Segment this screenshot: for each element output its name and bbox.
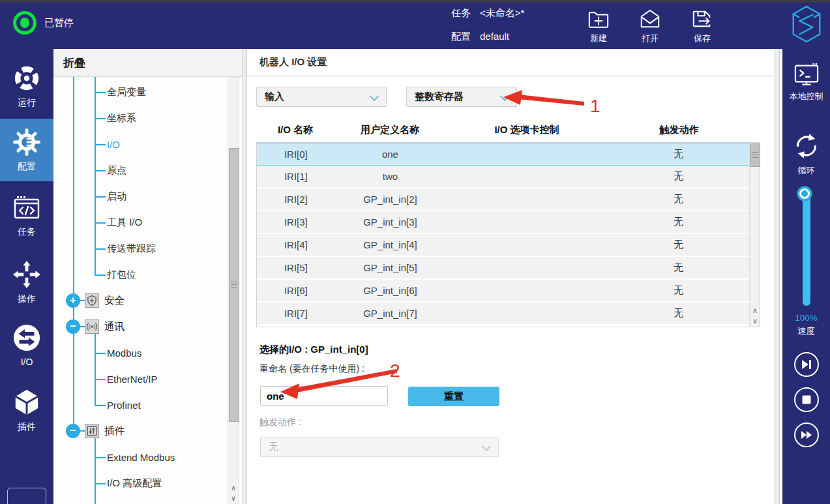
table-row[interactable]: IRI[7]GP_int_in[7]无 [257,303,749,325]
table-row[interactable]: IRI[2]GP_int_in[2]无 [257,188,749,211]
panel-splitter-right[interactable] [775,49,780,504]
main-body: 输入 整数寄存器 I/O 名称用户定义名称I/O 选项卡控制触发动作 IRI[0… [243,76,774,504]
table-row[interactable]: IRI[6]GP_int_in[6]无 [257,280,749,303]
save-button[interactable]: 保存 [684,7,720,44]
trigger-action-select[interactable]: 无 [260,437,499,457]
collapse-icon[interactable]: − [66,424,80,438]
tree-item-label: EtherNet/IP [107,374,158,385]
sidebar-item-plugin[interactable]: 插件 [0,381,53,439]
tree-scrollbar-thumb[interactable] [229,148,239,422]
reset-button[interactable]: 重置 [408,387,499,406]
tree-item-label: 工具 I/O [107,216,142,229]
scroll-up-button[interactable]: ∧ [750,305,760,316]
table-column-header: 用户定义名称 [334,124,445,136]
tree-item-label: 启动 [107,190,126,203]
tree-item-label: 全局变量 [107,86,146,98]
selected-io-text: 选择的I/O : GP_int_in[0] [259,344,368,356]
tree-item[interactable]: I/O [53,131,226,157]
tree-tick-line [80,300,85,301]
expand-icon[interactable]: + [66,293,80,308]
main-header: 机器人 I/O 设置 [243,49,774,76]
tree-item[interactable]: 原点 [53,157,226,183]
io-name-cell: IRI[3] [257,216,335,228]
tree-tick-line [95,457,106,458]
sidebar-item-io[interactable]: I/O [0,316,53,374]
rename-input[interactable] [260,386,388,406]
main-panel: 机器人 I/O 设置 输入 整数寄存器 I/O 名称用户定义名称I/O 选项卡控… [243,49,774,504]
table-row[interactable]: IRI[4]GP_int_in[4]无 [257,234,749,257]
topbar: 已暂停 任务<未命名>* 配置default 新建打开保存 [0,0,830,49]
scroll-down-button[interactable]: ∨ [228,493,239,503]
tree-item-label: 通讯 [104,320,125,334]
io-name-cell: IRI[7] [257,308,335,319]
collapse-icon[interactable]: − [66,319,80,334]
new-file-icon [587,7,610,31]
tree-item[interactable]: 工具 I/O [53,209,226,235]
table-row[interactable]: IRI[5]GP_int_in[5]无 [257,257,749,280]
rename-label: 重命名 (要在任务中使用) : [259,363,364,375]
io-type-select[interactable]: 整数寄存器 [406,87,517,107]
tree-item[interactable]: EtherNet/IP [53,366,226,392]
tree-item-label: Extend Modbus [107,452,175,463]
trigger-cell: 无 [608,284,749,297]
tree-item-label: 传送带跟踪 [107,243,156,255]
fast-forward-button[interactable] [794,422,819,447]
panel-splitter-left[interactable] [243,49,247,504]
tree-item[interactable]: Profinet [53,392,226,418]
trigger-cell: 无 [608,307,749,319]
sidebar-item-run[interactable]: 运行 [0,57,53,115]
tree-tick-line [95,483,106,484]
stop-button[interactable] [794,387,819,412]
tree-item[interactable]: Extend Modbus [53,444,226,470]
sidebar-item-task[interactable]: 任务 [0,186,53,245]
tree-content: 全局变量坐标系I/O原点启动工具 I/O传送带跟踪打包位+安全−通讯Modbus… [53,77,243,504]
speed-slider-handle[interactable] [799,188,810,199]
topbar-actions: 新建打开保存 [0,0,830,49]
sidebar-bottom-button[interactable] [7,488,46,504]
tree-item[interactable]: 坐标系 [53,105,226,131]
sidebar-item-operate[interactable]: 操作 [0,253,53,312]
new-button[interactable]: 新建 [580,7,617,44]
tree-item[interactable]: 启动 [53,183,226,209]
user-name-cell: GP_int_in[6] [335,285,446,296]
tree-item[interactable]: 打包位 [53,261,226,288]
speed-value: 100% [782,313,830,323]
move-arrows-icon [12,259,41,289]
speed-slider-track[interactable] [803,194,810,306]
table-scrollbar-thumb[interactable] [750,143,760,167]
scroll-down-button[interactable]: ∨ [750,316,760,326]
tree-item[interactable]: +安全 [53,288,226,314]
tree-item[interactable]: Modbus [53,340,226,366]
table-row[interactable]: IRI[3]GP_int_in[3]无 [257,211,749,234]
sidebar-item-config[interactable]: 配置 [0,119,53,181]
cube-icon [12,387,41,417]
step-button[interactable] [794,352,819,377]
open-button[interactable]: 打开 [632,7,668,44]
save-button-label: 保存 [694,33,711,44]
tree-item[interactable]: 传送带跟踪 [53,235,226,261]
user-name-cell: GP_int_in[5] [335,262,446,273]
tree-item[interactable]: I/O 高级配置 [53,470,226,496]
scroll-up-button[interactable]: ∧ [228,482,239,493]
table-scrollbar[interactable]: ∧ ∨ [749,143,760,327]
tree-tick-line [95,353,106,354]
run-target-icon [12,63,41,93]
collapse-button[interactable]: 折叠 [53,49,243,77]
fast-forward-icon [801,430,812,439]
io-direction-select[interactable]: 输入 [256,87,387,107]
local-control-button[interactable]: 本地控制 [782,63,830,102]
tree-tick-line [95,274,106,276]
tree-item[interactable]: 全局变量 [53,79,226,105]
tree-item-label: 坐标系 [107,112,136,125]
io-name-cell: IRI[1] [257,171,335,182]
left-sidebar: 运行配置任务操作I/O插件 [0,49,53,504]
loop-button[interactable]: 循环 [782,132,830,177]
tree-item-label: 打包位 [107,269,136,281]
table-row[interactable]: IRI[0]one无 [257,143,749,166]
tree-item[interactable]: −通讯 [53,314,226,340]
tree-scrollbar[interactable]: ∧ ∨ [228,77,239,504]
table-row[interactable]: IRI[1]two无 [257,166,749,188]
io-type-value: 整数寄存器 [415,91,464,103]
collapse-button-label: 折叠 [63,55,85,70]
tree-item[interactable]: −插件 [53,418,226,444]
